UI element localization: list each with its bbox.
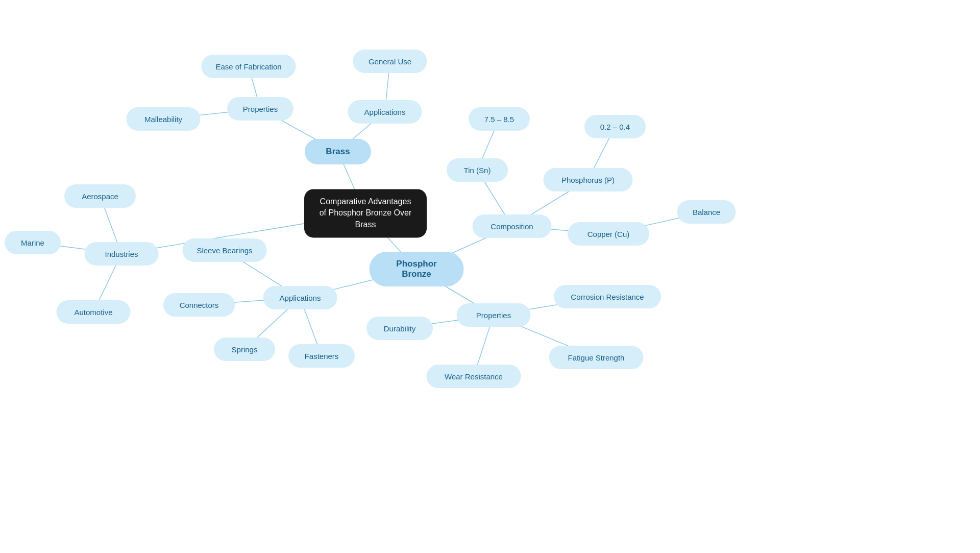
node-springs: Springs	[214, 338, 275, 361]
node-connectors: Connectors	[163, 293, 235, 317]
node-ease_fab: Ease of Fabrication	[202, 55, 296, 78]
node-brass_props: Properties	[227, 97, 293, 121]
node-automotive: Automotive	[57, 300, 131, 324]
node-center: Comparative Advantages of Phosphor Bronz…	[304, 189, 427, 237]
node-phosphorus: Phosphorus (P)	[544, 168, 633, 191]
connections-svg	[0, 0, 980, 553]
node-fatigue: Fatigue Strength	[549, 346, 644, 369]
node-brass: Brass	[305, 139, 371, 164]
node-copper: Copper (Cu)	[568, 222, 649, 246]
mind-map: Comparative Advantages of Phosphor Bronz…	[0, 0, 980, 553]
node-fasteners: Fasteners	[288, 344, 355, 368]
node-marine: Marine	[5, 231, 61, 254]
node-sleeve_bearings: Sleeve Bearings	[183, 238, 267, 262]
node-balance: Balance	[677, 200, 736, 224]
node-durability: Durability	[366, 317, 433, 340]
node-phos_val: 0.2 – 0.4	[584, 115, 646, 138]
node-malleability: Malleability	[127, 107, 201, 131]
node-composition: Composition	[473, 214, 552, 238]
node-industries: Industries	[85, 242, 159, 266]
node-general_use: General Use	[353, 50, 427, 73]
node-pb_apps: Applications	[263, 286, 337, 309]
node-wear: Wear Resistance	[427, 365, 521, 388]
node-aerospace: Aerospace	[64, 184, 136, 208]
node-corrosion: Corrosion Resistance	[554, 285, 661, 308]
node-tin: Tin (Sn)	[447, 158, 508, 182]
node-tin_val: 7.5 – 8.5	[469, 107, 530, 131]
node-pb_props: Properties	[457, 303, 531, 327]
node-brass_apps: Applications	[348, 100, 422, 124]
node-phosphor_bronze: Phosphor Bronze	[370, 252, 464, 286]
